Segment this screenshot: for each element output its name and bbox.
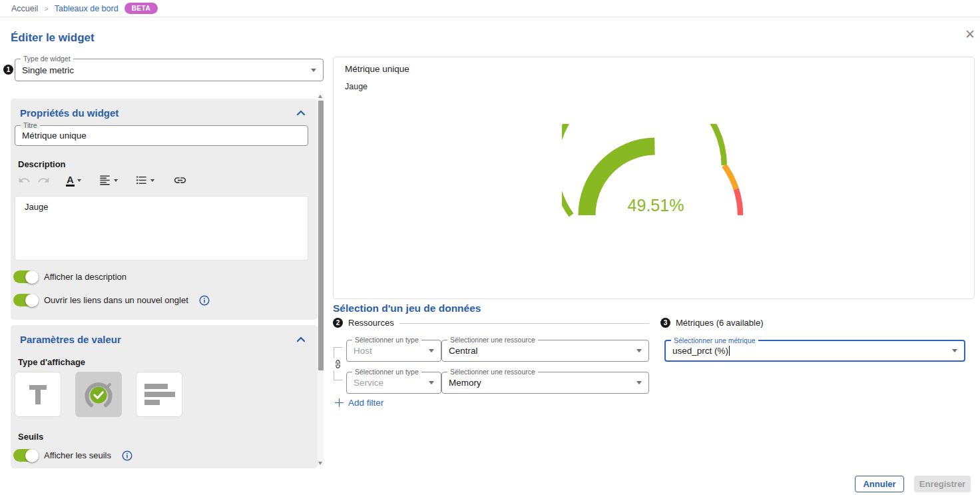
open-links-label: Ouvrir les liens dans un nouvel onglet — [44, 295, 188, 305]
step-2-marker: 2 — [333, 318, 343, 328]
resource-type-select-1[interactable]: Sélectionner un type Host — [346, 340, 441, 362]
show-description-toggle[interactable] — [13, 270, 38, 283]
divider — [399, 323, 649, 324]
breadcrumb-home-link[interactable]: Accueil — [11, 4, 38, 13]
close-icon[interactable]: ✕ — [965, 28, 975, 41]
widget-type-value: Single metric — [22, 65, 74, 75]
description-text: Jauge — [25, 202, 48, 212]
gauge-ring-warning — [724, 165, 736, 189]
metric-select[interactable]: Sélectionner une métrique used_prct (%) — [664, 340, 965, 362]
value-settings-title: Paramètres de valeur — [20, 334, 121, 345]
scrollbar-thumb[interactable] — [318, 101, 324, 370]
resource-type-label-1: Sélectionner un type — [352, 336, 421, 343]
list-icon[interactable] — [133, 173, 156, 188]
dataset-title: Sélection d'un jeu de données — [333, 302, 481, 314]
properties-title: Propriétés du widget — [20, 107, 119, 119]
chevron-down-icon — [429, 349, 434, 352]
link-icon[interactable] — [171, 172, 189, 189]
resource-select-2[interactable]: Sélectionner une ressource Memory — [441, 372, 649, 394]
resources-block: 2 Ressources Sélectionner un type Host S… — [333, 318, 649, 411]
link-connector-top — [334, 347, 342, 358]
scroll-up-icon[interactable] — [318, 95, 322, 98]
display-type-gauge-button[interactable] — [75, 372, 122, 417]
display-type-text-button[interactable] — [15, 372, 61, 417]
plus-icon — [335, 398, 344, 407]
resource-value-1: Central — [449, 346, 478, 356]
title-field-value: Métrique unique — [22, 131, 87, 141]
resource-type-select-2[interactable]: Sélectionner un type Service — [346, 372, 441, 394]
step-1-marker: 1 — [3, 65, 13, 75]
cancel-button[interactable]: Annuler — [855, 476, 904, 492]
widget-type-select[interactable]: Type de widget Single metric — [15, 59, 324, 81]
undo-icon[interactable] — [16, 173, 33, 188]
metric-select-label: Sélectionner une métrique — [671, 337, 758, 344]
chain-link-icon — [333, 359, 343, 371]
info-icon[interactable] — [122, 450, 132, 461]
gauge-ring-critical — [736, 189, 740, 215]
display-type-label: Type d'affichage — [18, 357, 85, 367]
widget-type-label: Type de widget — [21, 55, 73, 62]
chevron-down-icon — [150, 179, 154, 182]
resource-select-1[interactable]: Sélectionner une ressource Central — [441, 340, 649, 362]
show-thresholds-toggle[interactable] — [13, 449, 38, 462]
redo-icon[interactable] — [35, 173, 52, 188]
show-description-label: Afficher la description — [44, 272, 126, 282]
collapse-chevron-up-icon[interactable] — [296, 110, 306, 116]
step-3-marker: 3 — [660, 318, 670, 328]
resource-type-label-2: Sélectionner un type — [352, 368, 421, 375]
text-color-icon[interactable]: A — [64, 173, 83, 188]
page-title: Éditer le widget — [11, 31, 95, 45]
chevron-down-icon — [311, 69, 316, 72]
title-field-label: Titre — [21, 122, 40, 129]
breadcrumb-dashboards-link[interactable]: Tableaux de bord — [55, 4, 119, 13]
add-filter-button[interactable]: Add filter — [335, 398, 383, 408]
resource-value-2: Memory — [449, 378, 481, 388]
text-cursor — [729, 346, 730, 356]
thresholds-label: Seuils — [18, 432, 43, 442]
resource-label-1: Sélectionner une ressource — [447, 336, 538, 343]
save-button[interactable]: Enregistrer — [914, 476, 971, 492]
add-filter-label: Add filter — [348, 398, 383, 408]
show-thresholds-label: Afficher les seuils — [44, 450, 111, 460]
scroll-down-icon[interactable] — [318, 462, 322, 465]
chevron-down-icon — [114, 179, 118, 182]
info-icon[interactable] — [199, 295, 210, 306]
widget-properties-card: Propriétés du widget Titre Métrique uniq… — [11, 99, 318, 320]
metrics-block: 3 Métriques (6 available) Sélectionner u… — [660, 318, 971, 371]
breadcrumb: Accueil > Tableaux de bord BETA — [0, 0, 980, 17]
left-panel-scrollbar[interactable] — [318, 93, 324, 466]
chevron-down-icon — [952, 349, 957, 352]
metric-select-value: used_prct (%) — [672, 346, 728, 356]
preview-title: Métrique unique — [345, 64, 409, 74]
chevron-down-icon — [636, 349, 642, 352]
gauge-chart: 49.51% — [562, 124, 750, 219]
link-connector-bottom — [334, 370, 342, 380]
description-textarea[interactable]: Jauge — [15, 196, 308, 260]
metrics-label: Métriques (6 available) — [676, 318, 764, 328]
text-icon — [25, 382, 51, 407]
open-links-toggle[interactable] — [13, 294, 38, 306]
description-label: Description — [18, 159, 66, 169]
title-field[interactable]: Titre Métrique unique — [15, 125, 308, 146]
display-type-bar-button[interactable] — [136, 372, 182, 417]
collapse-chevron-up-icon[interactable] — [296, 336, 306, 342]
chevron-down-icon — [77, 179, 81, 182]
breadcrumb-separator: > — [44, 5, 48, 13]
resource-label-2: Sélectionner une ressource — [447, 368, 538, 375]
resource-type-value-1: Host — [354, 346, 372, 356]
align-icon[interactable] — [97, 173, 120, 188]
chevron-down-icon — [636, 381, 642, 384]
gauge-icon — [83, 379, 114, 410]
chevron-down-icon — [429, 381, 434, 384]
resources-label: Ressources — [348, 318, 394, 328]
description-toolbar: A — [16, 172, 189, 189]
gauge-value-label: 49.51% — [628, 196, 684, 215]
widget-preview-panel: Métrique unique Jauge 49.51% — [333, 57, 975, 299]
beta-badge: BETA — [124, 3, 158, 14]
bar-chart-icon — [144, 383, 175, 406]
resource-type-value-2: Service — [354, 378, 383, 388]
preview-description: Jauge — [345, 82, 368, 91]
value-settings-card: Paramètres de valeur Type d'affichage Se… — [11, 325, 318, 468]
